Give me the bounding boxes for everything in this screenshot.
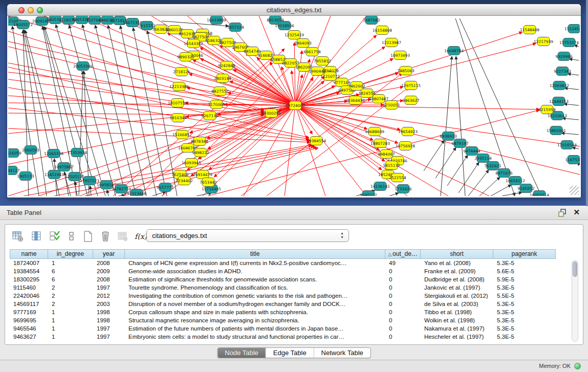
network-node[interactable]: 2687682 [363,16,380,25]
network-node[interactable]: 2060593 [22,146,39,155]
float-window-icon[interactable] [558,209,567,217]
network-node[interactable]: 16154808 [373,26,392,35]
new-table-icon[interactable] [81,230,95,243]
network-node[interactable]: 2516059 [8,149,21,158]
network-node[interactable]: 12213386 [169,82,189,91]
network-node[interactable]: 17353924 [68,148,87,157]
network-node[interactable]: 2718126 [173,68,190,76]
function-builder-icon[interactable]: f(x) [134,230,147,243]
table-row[interactable]: 1456911722003Disruption of a novel membe… [10,300,578,308]
table-row[interactable]: 1830029562008Estimation of significance … [10,275,578,283]
network-canvas[interactable]: 9621046140355722069140694053121128379010… [8,16,580,196]
network-node[interactable]: 11548408 [520,26,539,34]
network-node[interactable]: 12444153 [549,97,569,106]
network-node[interactable]: 10688609 [365,127,384,136]
network-node[interactable]: 20053346 [73,62,93,71]
network-node[interactable]: 9242848 [218,61,235,70]
network-node[interactable]: 7234402 [176,177,193,185]
column-header-pagerank[interactable]: pagerank [493,249,556,259]
network-node[interactable]: 1170065 [208,100,225,109]
network-node[interactable]: 8878344 [191,137,208,146]
table-row[interactable]: 1938455462009Genome-wide association stu… [10,267,578,275]
table-vertical-scrollbar[interactable] [572,260,578,342]
column-header-out_de[interactable]: △out_de… [385,249,421,259]
network-node[interactable]: 1810344 [169,114,187,122]
table-row[interactable]: 911546021997Tourette syndrome. Phenomeno… [10,283,578,292]
network-node[interactable]: 6961758 [303,48,321,56]
network-node[interactable]: 18807283 [371,139,390,148]
delete-table-icon[interactable] [99,230,112,243]
table-row[interactable]: 946554611997Estimation of the future num… [10,324,578,333]
network-node[interactable]: 9474444 [463,147,481,156]
row-height-icon[interactable] [65,230,78,243]
network-node[interactable]: 1733426 [395,185,412,193]
network-node[interactable]: 8938923 [440,132,457,141]
network-node[interactable]: 12093832 [550,81,569,90]
network-node[interactable]: 8215958 [538,105,556,114]
network-node[interactable]: 8471676 [495,169,513,178]
network-node[interactable]: 15166852 [172,130,192,139]
network-node[interactable]: 15892001 [547,126,566,135]
network-node[interactable]: 9227343 [554,67,571,76]
column-visibility-icon[interactable] [30,230,43,243]
network-node[interactable]: 16053214 [530,191,549,196]
network-node[interactable]: 9245112 [360,191,377,196]
network-node[interactable]: 9890321 [177,53,194,61]
network-node[interactable]: 9498222 [192,148,209,157]
network-node[interactable]: 1864093 [294,39,312,48]
network-node[interactable]: 6879197 [451,139,469,148]
memory-ok-indicator[interactable] [574,363,581,369]
network-node[interactable]: 16033809 [207,16,226,25]
network-node[interactable]: 1905133 [17,172,34,181]
table-row[interactable]: 946362711997Embryonic stem cells: a mode… [10,333,578,341]
network-node[interactable]: 14136141 [371,182,390,191]
network-node[interactable]: 7955812 [314,57,331,65]
scrollbar-thumb[interactable] [573,261,577,277]
network-node[interactable]: 7857224 [227,23,244,32]
column-header-short[interactable]: short [421,249,493,259]
network-node[interactable]: 16093945 [182,159,201,167]
network-node[interactable]: 9329966 [555,52,573,61]
resize-grip[interactable] [570,186,579,195]
close-icon[interactable]: ✕ [573,208,580,217]
network-node[interactable]: 12975115 [401,81,421,90]
column-header-in_degree[interactable]: in_degree [48,249,93,259]
network-node[interactable]: 8427552 [211,87,229,96]
column-header-name[interactable]: name [10,249,48,259]
network-node[interactable]: 16648784 [444,47,464,55]
network-node[interactable]: 1815132 [383,161,400,170]
network-node[interactable]: 2935114 [474,154,492,163]
network-view-window[interactable]: citations_edges.txt 96210461403557220691… [7,4,581,198]
row-select-icon[interactable] [48,230,61,243]
network-node[interactable]: 15124549 [564,25,580,33]
tab-node-table[interactable]: Node Table [217,348,266,358]
network-node[interactable]: 7485063 [397,67,415,75]
table-settings-icon[interactable] [11,230,25,243]
network-node[interactable]: 9245652 [517,184,535,193]
network-node[interactable]: 12325419 [285,31,304,39]
tab-network-table[interactable]: Network Table [314,348,371,358]
table-row[interactable]: 977716911998Corpus callosum shape and si… [10,308,578,316]
table-row[interactable]: 2242004622012Investigating the contribut… [10,292,578,300]
network-node[interactable]: 10973493 [390,51,410,60]
network-node[interactable]: 2522554 [389,173,406,182]
column-header-title[interactable]: title [125,249,385,259]
window-titlebar[interactable]: citations_edges.txt [7,4,581,16]
table-select-dropdown[interactable]: citations_edges.txt ▲▼ [146,229,349,242]
network-node[interactable]: 11451941 [45,170,64,179]
network-graph[interactable]: 9621046140355722069140694053121128379010… [8,16,580,196]
network-node[interactable]: 8267130 [201,112,219,120]
network-node[interactable]: 9463627 [402,96,420,105]
table-row[interactable]: 1872400712008Changes of HCN gene express… [10,259,578,267]
network-node[interactable]: 6210051 [383,101,400,110]
column-header-year[interactable]: year [93,249,125,259]
table-row[interactable]: 969969511998Structural magnetic resonanc… [10,316,578,324]
network-node[interactable]: 7632621 [484,162,502,170]
network-node[interactable]: 1167533 [565,156,580,164]
network-node[interactable]: 2803144 [214,74,231,83]
tab-edge-table[interactable]: Edge Table [266,348,314,358]
network-node[interactable]: 12213987 [382,38,401,47]
network-node[interactable]: 9657771 [157,183,174,192]
network-node[interactable]: 7653442 [200,178,217,187]
network-node[interactable]: 12217939 [534,37,553,46]
